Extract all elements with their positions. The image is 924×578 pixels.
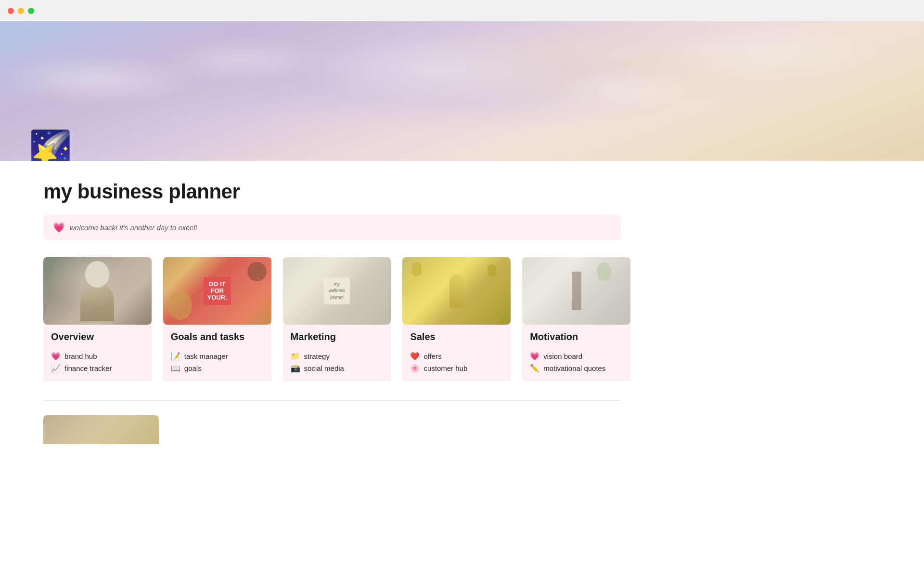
card-image-goals: DO ITFORYOUR. (163, 257, 271, 325)
page-title: my business planner (43, 180, 630, 203)
card-motivation[interactable]: Motivation💗vision board✏️motivational qu… (522, 257, 630, 381)
card-marketing[interactable]: mywellnessjournal Marketing📁strategy📸soc… (283, 257, 391, 381)
main-content: my business planner 💗 welcome back! it's… (0, 161, 674, 473)
card-sales[interactable]: Sales❤️offers🌸customer hub (402, 257, 511, 381)
card-links-goals: 📝task manager📖goals (163, 350, 271, 381)
link-strategy[interactable]: 📁strategy (291, 350, 384, 362)
card-title-goals: Goals and tasks (171, 331, 264, 342)
link-social-media[interactable]: 📸social media (291, 362, 384, 374)
link-emoji-motivational-quotes: ✏️ (530, 364, 539, 373)
card-title-motivation: Motivation (530, 331, 623, 342)
link-emoji-vision-board: 💗 (530, 352, 539, 361)
link-label-finance-tracker: finance tracker (64, 364, 112, 372)
link-label-social-media: social media (304, 364, 344, 372)
link-motivational-quotes[interactable]: ✏️motivational quotes (530, 362, 623, 374)
link-offers[interactable]: ❤️offers (410, 350, 503, 362)
cards-grid: Overview💗brand hub📈finance tracker DO IT… (43, 257, 630, 381)
link-label-strategy: strategy (304, 352, 330, 360)
link-label-customer-hub: customer hub (424, 364, 467, 372)
link-label-task-manager: task manager (184, 352, 228, 360)
link-emoji-goals: 📖 (171, 364, 180, 373)
link-emoji-offers: ❤️ (410, 352, 420, 361)
close-button[interactable] (8, 8, 14, 14)
link-emoji-brand-hub: 💗 (51, 352, 61, 361)
card-goals[interactable]: DO ITFORYOUR. Goals and tasks📝task manag… (163, 257, 271, 381)
link-label-vision-board: vision board (543, 352, 582, 360)
welcome-emoji: 💗 (53, 222, 65, 233)
card-image-overview (43, 257, 152, 325)
welcome-text: welcome back! it's another day to excel! (70, 223, 197, 232)
shooting-star-emoji: 🌠 (29, 131, 72, 161)
card-links-overview: 💗brand hub📈finance tracker (43, 350, 152, 381)
link-task-manager[interactable]: 📝task manager (171, 350, 264, 362)
window-chrome (0, 0, 924, 21)
link-brand-hub[interactable]: 💗brand hub (51, 350, 144, 362)
link-label-motivational-quotes: motivational quotes (543, 364, 605, 372)
link-emoji-task-manager: 📝 (171, 352, 180, 361)
card-overview[interactable]: Overview💗brand hub📈finance tracker (43, 257, 152, 381)
link-emoji-customer-hub: 🌸 (410, 364, 420, 373)
card-title-overview: Overview (51, 331, 144, 342)
minimize-button[interactable] (18, 8, 24, 14)
bottom-partial-card[interactable] (43, 415, 159, 444)
welcome-banner: 💗 welcome back! it's another day to exce… (43, 215, 621, 240)
link-emoji-social-media: 📸 (291, 364, 300, 373)
link-goals[interactable]: 📖goals (171, 362, 264, 374)
card-links-marketing: 📁strategy📸social media (283, 350, 391, 381)
hero-banner: 🌠 (0, 21, 924, 161)
card-title-sales: Sales (410, 331, 503, 342)
link-label-brand-hub: brand hub (64, 352, 97, 360)
link-finance-tracker[interactable]: 📈finance tracker (51, 362, 144, 374)
link-emoji-strategy: 📁 (291, 352, 300, 361)
card-image-sales (402, 257, 511, 325)
link-emoji-finance-tracker: 📈 (51, 364, 61, 373)
card-title-marketing: Marketing (291, 331, 384, 342)
card-image-marketing: mywellnessjournal (283, 257, 391, 325)
link-label-offers: offers (424, 352, 441, 360)
card-links-sales: ❤️offers🌸customer hub (402, 350, 511, 381)
card-image-motivation (522, 257, 630, 325)
link-customer-hub[interactable]: 🌸customer hub (410, 362, 503, 374)
card-links-motivation: 💗vision board✏️motivational quotes (522, 350, 630, 381)
section-divider (43, 400, 621, 401)
link-label-goals: goals (184, 364, 202, 372)
maximize-button[interactable] (28, 8, 34, 14)
link-vision-board[interactable]: 💗vision board (530, 350, 623, 362)
